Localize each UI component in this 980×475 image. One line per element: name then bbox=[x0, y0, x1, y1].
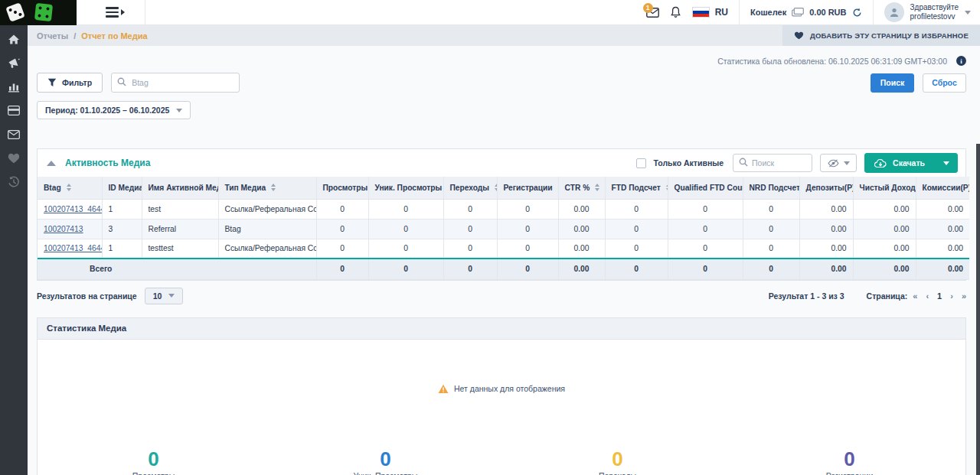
col-views[interactable]: Просмотры bbox=[316, 177, 368, 199]
table-row: 100207413_464480 1 testtest Ссылка/Рефер… bbox=[38, 239, 969, 259]
screen: 1 RU Кошелек bbox=[0, 0, 980, 475]
divider bbox=[145, 0, 145, 25]
summary-views-label: Просмотры bbox=[38, 471, 270, 475]
envelope-icon bbox=[8, 130, 20, 139]
history-icon bbox=[8, 176, 20, 188]
prev-page-button[interactable]: ‹ bbox=[926, 291, 929, 301]
brand-logo[interactable] bbox=[0, 0, 77, 25]
col-net-revenue[interactable]: Чистый Доход(P) bbox=[853, 177, 916, 199]
wallet-amount: 0.00 RUB bbox=[809, 8, 846, 17]
chevron-down-icon bbox=[844, 161, 850, 165]
wallet-widget[interactable]: Кошелек 0.00 RUB bbox=[740, 8, 872, 18]
only-active-label: Только Активные bbox=[654, 158, 724, 168]
sort-icon[interactable] bbox=[271, 184, 276, 191]
search-button[interactable]: Поиск bbox=[871, 73, 914, 93]
table-header-row: Btag ID Медиа Имя Активной Медии Тип Мед… bbox=[38, 177, 969, 199]
col-deposits[interactable]: Депозиты(P) bbox=[799, 177, 853, 199]
sidebar-item-reports[interactable] bbox=[8, 80, 21, 93]
sort-icon[interactable] bbox=[595, 184, 599, 191]
btag-link[interactable]: 100207413 bbox=[44, 225, 83, 233]
info-icon[interactable]: i bbox=[956, 56, 966, 66]
chevron-down-icon bbox=[168, 294, 175, 298]
sidebar-item-mail[interactable] bbox=[8, 128, 21, 141]
user-greeting: Здравствуйте profiletestovv bbox=[910, 3, 959, 22]
activity-controls: Только Активные bbox=[636, 153, 958, 173]
download-button[interactable]: Скачать bbox=[864, 153, 958, 173]
sidebar-item-payments[interactable] bbox=[8, 104, 21, 117]
language-switcher[interactable]: RU bbox=[692, 7, 739, 18]
col-nrd[interactable]: NRD Подсчет bbox=[743, 177, 799, 199]
col-unique-views[interactable]: Уник. Просмотры bbox=[368, 177, 443, 199]
add-to-favorites-button[interactable]: ДОБАВИТЬ ЭТУ СТРАНИЦУ В ИЗБРАННОЕ bbox=[782, 25, 980, 46]
col-qualified-ftd[interactable]: Qualified FTD Count bbox=[668, 177, 743, 199]
bar-chart-icon bbox=[8, 81, 20, 93]
reset-button[interactable]: Сброс bbox=[923, 73, 966, 93]
scrollbar[interactable] bbox=[976, 144, 980, 475]
col-ftd[interactable]: FTD Подсчет bbox=[605, 177, 668, 199]
btag-link[interactable]: 100207413_464479 bbox=[44, 205, 102, 213]
summary-row: 0 Просмотры 0 Уник. Просмотры 0 Переходы… bbox=[38, 449, 965, 475]
hamburger-icon bbox=[106, 7, 119, 18]
col-media-name[interactable]: Имя Активной Медии bbox=[142, 177, 218, 199]
summary-unique-views-label: Уник. Просмотры bbox=[270, 471, 501, 475]
sidebar-item-home[interactable] bbox=[8, 33, 21, 46]
col-registrations[interactable]: Регистрации bbox=[497, 177, 558, 199]
col-media-type[interactable]: Тип Медиа bbox=[218, 177, 316, 199]
next-page-button[interactable]: › bbox=[950, 291, 953, 301]
search-icon bbox=[117, 77, 126, 86]
heart-icon bbox=[794, 31, 804, 40]
chevron-down-icon bbox=[943, 161, 949, 165]
only-active-checkbox[interactable] bbox=[636, 158, 646, 168]
current-page[interactable]: 1 bbox=[937, 291, 942, 301]
bell-icon bbox=[670, 6, 681, 18]
topbar-right: 1 RU Кошелек bbox=[646, 0, 980, 25]
per-page-label: Результатов на странице bbox=[37, 291, 137, 301]
warning-icon bbox=[438, 384, 449, 394]
sidebar-item-history[interactable] bbox=[8, 175, 21, 188]
media-stats-title: Статистика Медиа bbox=[47, 324, 126, 333]
col-clicks[interactable]: Переходы bbox=[443, 177, 497, 199]
collapse-icon[interactable] bbox=[47, 161, 56, 166]
filter-button-label: Фильтр bbox=[62, 78, 92, 87]
col-media-id[interactable]: ID Медиа bbox=[102, 177, 142, 199]
col-ctr[interactable]: CTR % bbox=[558, 177, 605, 199]
btag-search bbox=[111, 73, 240, 93]
messages-button[interactable]: 1 bbox=[646, 8, 659, 18]
user-menu[interactable]: Здравствуйте profiletestovv bbox=[874, 2, 980, 22]
username: profiletestovv bbox=[910, 12, 956, 21]
expand-arrow-icon bbox=[121, 9, 125, 15]
language-code: RU bbox=[715, 7, 728, 18]
period-select[interactable]: Период: 01.10.2025 – 06.10.2025 bbox=[37, 101, 191, 119]
media-activity-table: Btag ID Медиа Имя Активной Медии Тип Мед… bbox=[38, 177, 969, 280]
col-btag[interactable]: Btag bbox=[38, 177, 102, 199]
menu-toggle-button[interactable] bbox=[106, 7, 125, 18]
col-commissions[interactable]: Комиссии(P) bbox=[916, 177, 969, 199]
filter-button[interactable]: Фильтр bbox=[37, 73, 103, 93]
notifications-button[interactable] bbox=[670, 6, 681, 18]
refresh-icon[interactable] bbox=[852, 8, 862, 18]
btag-link[interactable]: 100207413_464480 bbox=[44, 244, 102, 252]
no-data-text: Нет данных для отображения bbox=[454, 384, 565, 393]
chevron-down-icon bbox=[176, 109, 182, 112]
breadcrumb-separator: / bbox=[74, 31, 76, 41]
summary-clicks-label: Переходы bbox=[501, 471, 733, 475]
breadcrumb-section[interactable]: Отчеты bbox=[37, 31, 68, 41]
btag-search-input[interactable] bbox=[111, 73, 240, 93]
topbar: 1 RU Кошелек bbox=[0, 0, 980, 25]
per-page-select[interactable]: 10 bbox=[145, 288, 184, 304]
page-label: Страница: bbox=[867, 291, 908, 301]
white-die-icon bbox=[5, 2, 25, 22]
summary-clicks-value: 0 bbox=[501, 449, 733, 469]
column-visibility-button[interactable] bbox=[820, 154, 857, 172]
summary-views: 0 Просмотры bbox=[38, 449, 270, 475]
last-page-button[interactable]: » bbox=[962, 291, 966, 301]
table-row: 100207413_464479 1 test Ссылка/Реферальн… bbox=[38, 199, 969, 219]
first-page-button[interactable]: « bbox=[913, 291, 917, 301]
wallet-label: Кошелек bbox=[750, 8, 786, 17]
sidebar-item-favorites[interactable] bbox=[8, 151, 21, 164]
sidebar-item-campaigns[interactable] bbox=[8, 57, 21, 70]
home-icon bbox=[8, 34, 20, 45]
mail-badge: 1 bbox=[643, 3, 653, 13]
download-label: Скачать bbox=[893, 158, 925, 168]
sort-icon[interactable] bbox=[67, 184, 71, 191]
